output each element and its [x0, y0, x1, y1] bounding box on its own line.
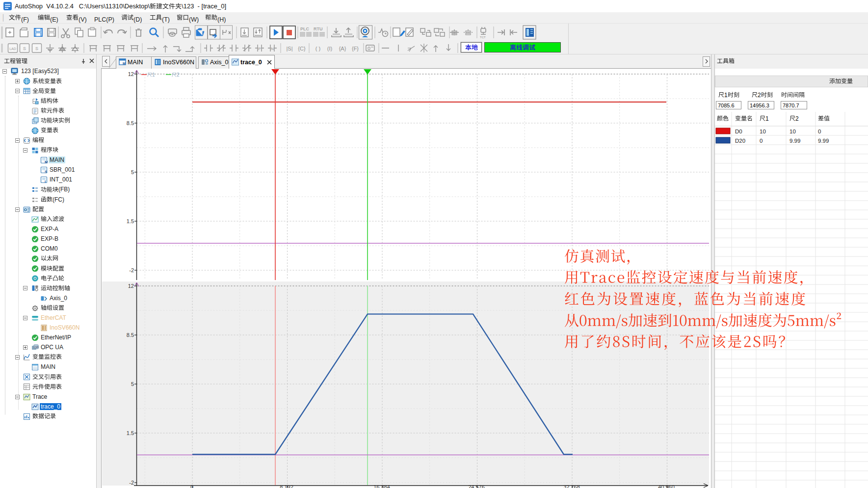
svg-text:8.5: 8.5	[127, 332, 134, 338]
svg-text:S: S	[23, 46, 26, 51]
svg-text:LAD: LAD	[9, 47, 16, 51]
svg-text:M: M	[123, 62, 126, 65]
svg-text:PLC: PLC	[300, 26, 310, 31]
svg-text:OPC: OPC	[34, 346, 39, 349]
svg-text:10: 10	[789, 128, 796, 134]
svg-text:RTU: RTU	[314, 26, 323, 31]
svg-text:9.99: 9.99	[818, 138, 829, 144]
svg-text:1.5: 1.5	[127, 430, 134, 436]
svg-text:-2: -2	[129, 267, 134, 273]
svg-text:P: P	[258, 47, 261, 51]
svg-text:TCT: TCT	[480, 36, 486, 39]
svg-text:(I): (I)	[327, 46, 332, 51]
svg-text:{F}: {F}	[352, 46, 359, 51]
svg-text:N: N	[271, 47, 274, 51]
svg-text:{A}: {A}	[339, 46, 346, 51]
svg-text:( ): ( )	[316, 46, 320, 51]
svg-text:1.5: 1.5	[127, 218, 134, 224]
svg-text:D20: D20	[735, 138, 745, 144]
svg-text:0: 0	[760, 138, 763, 144]
svg-text:9.99: 9.99	[789, 138, 800, 144]
svg-text:0: 0	[818, 128, 821, 134]
svg-text:M: M	[45, 160, 48, 164]
svg-text:{C}: {C}	[298, 46, 306, 51]
svg-text:10: 10	[760, 128, 766, 134]
svg-text:8.5: 8.5	[127, 120, 134, 126]
svg-text:12: 12	[128, 71, 134, 77]
svg-text:S: S	[35, 46, 38, 51]
svg-text:5: 5	[131, 169, 134, 175]
svg-text:12: 12	[128, 283, 134, 289]
svg-text:I: I	[45, 180, 46, 184]
svg-text:5: 5	[131, 381, 134, 387]
svg-text:S: S	[45, 170, 48, 174]
svg-text:-2: -2	[129, 480, 134, 486]
svg-text:|S|: |S|	[286, 46, 292, 51]
svg-text:D0: D0	[735, 128, 742, 134]
